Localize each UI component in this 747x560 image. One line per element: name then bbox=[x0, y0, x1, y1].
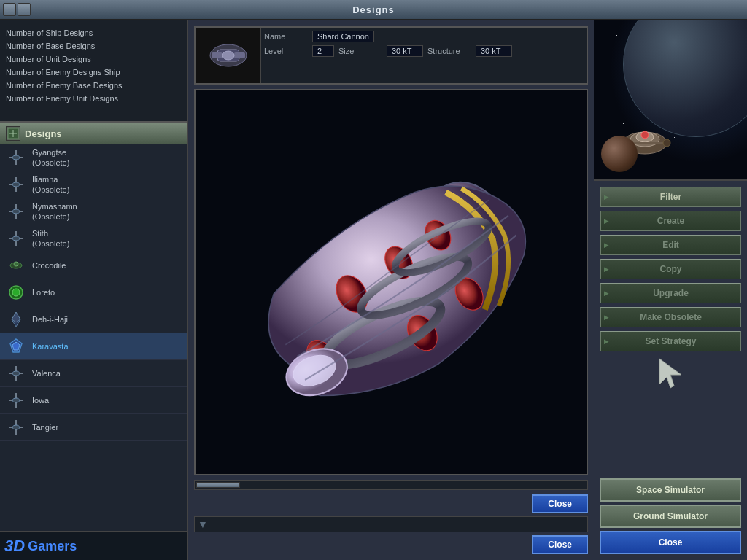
ship-icon bbox=[6, 282, 26, 303]
stat-enemy-base-designs: Number of Enemy Base Designs bbox=[6, 79, 181, 92]
3d-view bbox=[194, 89, 588, 475]
list-item[interactable]: Valenca bbox=[0, 360, 187, 387]
design-info: Name Shard Cannon Level 2 Size 30 kT Str… bbox=[194, 26, 588, 85]
edit-button[interactable]: Edit bbox=[600, 235, 741, 255]
action-buttons: Filter Create Edit Copy Upgrade Make Obs… bbox=[594, 181, 747, 478]
main-container: Number of Ship Designs Number of Base De… bbox=[0, 20, 747, 560]
svg-rect-34 bbox=[212, 52, 222, 58]
list-item-selected[interactable]: Karavasta bbox=[0, 333, 187, 360]
logo-3d: 3D bbox=[4, 537, 25, 556]
list-item[interactable]: Stith(Obsolete) bbox=[0, 225, 187, 252]
svg-point-11 bbox=[12, 209, 20, 214]
size-label: Size bbox=[338, 47, 382, 55]
ship-icon bbox=[6, 201, 26, 222]
ship-name: Crocodile bbox=[32, 260, 66, 271]
ship-icon bbox=[6, 174, 26, 195]
close-button-1[interactable]: Close bbox=[532, 494, 588, 513]
ship-name: Deh-i-Haji bbox=[32, 314, 68, 324]
stat-base-designs: Number of Base Designs bbox=[6, 39, 181, 52]
ship-name: Iliamna(Obsolete) bbox=[32, 174, 69, 195]
ship-name: Tangier bbox=[32, 422, 58, 432]
ship-icon bbox=[6, 363, 26, 384]
ship-name: Stith(Obsolete) bbox=[32, 228, 69, 249]
window-title: Designs bbox=[352, 4, 395, 15]
make-obsolete-button[interactable]: Make Obsolete bbox=[600, 307, 741, 327]
stat-enemy-designs: Number of Enemy Designs Ship bbox=[6, 66, 181, 79]
upgrade-button[interactable]: Upgrade bbox=[600, 283, 741, 303]
ship-icon bbox=[6, 336, 26, 357]
ship-name: Gyangtse(Obsolete) bbox=[32, 147, 69, 168]
right-close-button[interactable]: Close bbox=[600, 531, 741, 554]
stat-unit-designs: Number of Unit Designs bbox=[6, 52, 181, 66]
bottom-arrow-icon: ▼ bbox=[198, 518, 208, 530]
bottom-bar: ▼ bbox=[194, 516, 588, 532]
minimize-button[interactable] bbox=[3, 3, 16, 16]
level-label: Level bbox=[264, 47, 308, 55]
list-item[interactable]: Gyangtse(Obsolete) bbox=[0, 144, 187, 171]
space-view bbox=[594, 20, 747, 181]
svg-marker-56 bbox=[659, 359, 681, 388]
ship-name: Loreto bbox=[32, 287, 55, 298]
ground-simulator-button[interactable]: Ground Simulator bbox=[600, 505, 741, 528]
second-close-row: Close bbox=[194, 535, 588, 554]
list-item[interactable]: Nymashamn(Obsolete) bbox=[0, 198, 187, 225]
cannon-svg bbox=[196, 90, 587, 474]
name-row: Name Shard Cannon bbox=[264, 31, 584, 42]
stat-ship-designs: Number of Ship Designs bbox=[6, 26, 181, 39]
name-value: Shard Cannon bbox=[312, 31, 374, 42]
svg-point-28 bbox=[12, 398, 20, 402]
ship-icon bbox=[6, 390, 26, 411]
svg-point-16 bbox=[14, 262, 18, 266]
scroll-thumb[interactable] bbox=[196, 482, 240, 488]
svg-point-5 bbox=[12, 155, 20, 160]
logo-area: 3D Gamers bbox=[0, 531, 187, 560]
maximize-button[interactable] bbox=[18, 3, 31, 16]
create-button[interactable]: Create bbox=[600, 211, 741, 231]
close-button-2[interactable]: Close bbox=[532, 535, 588, 554]
svg-point-18 bbox=[12, 289, 20, 296]
svg-point-52 bbox=[641, 131, 649, 139]
stats-section: Number of Ship Designs Number of Base De… bbox=[0, 20, 187, 122]
svg-point-36 bbox=[222, 51, 234, 60]
ship-name: Valenca bbox=[32, 368, 61, 378]
ship-icon bbox=[6, 417, 26, 438]
left-panel: Number of Ship Designs Number of Base De… bbox=[0, 20, 188, 560]
designs-icon bbox=[6, 126, 20, 141]
svg-point-55 bbox=[663, 139, 670, 147]
list-item[interactable]: Iowa bbox=[0, 387, 187, 414]
list-item[interactable]: Tangier bbox=[0, 414, 187, 441]
title-bar: Designs bbox=[0, 0, 747, 20]
scroll-bar[interactable] bbox=[194, 480, 588, 490]
svg-point-14 bbox=[12, 236, 20, 241]
level-value: 2 bbox=[312, 45, 334, 57]
designs-header: Designs bbox=[0, 122, 187, 144]
list-item[interactable]: Loreto bbox=[0, 279, 187, 306]
design-stats: Name Shard Cannon Level 2 Size 30 kT Str… bbox=[261, 28, 587, 83]
level-row: Level 2 Size 30 kT Structure 30 kT bbox=[264, 45, 584, 57]
star bbox=[674, 137, 675, 138]
space-simulator-button[interactable]: Space Simulator bbox=[600, 478, 741, 502]
ship-icon bbox=[6, 147, 26, 168]
list-item[interactable]: Iliamna(Obsolete) bbox=[0, 171, 187, 198]
copy-button[interactable]: Copy bbox=[600, 259, 741, 279]
set-strategy-button[interactable]: Set Strategy bbox=[600, 331, 741, 351]
logo-gamers: Gamers bbox=[28, 539, 77, 554]
ship-name: Iowa bbox=[32, 395, 49, 405]
ship-icon bbox=[6, 309, 26, 330]
name-label: Name bbox=[264, 32, 308, 41]
right-panel: Filter Create Edit Copy Upgrade Make Obs… bbox=[594, 20, 747, 560]
star bbox=[616, 35, 617, 36]
title-bar-buttons[interactable] bbox=[3, 3, 31, 16]
ship-name-selected: Karavasta bbox=[32, 341, 69, 351]
svg-point-31 bbox=[12, 425, 20, 429]
structure-label: Structure bbox=[427, 47, 471, 55]
svg-point-25 bbox=[12, 371, 20, 376]
star bbox=[608, 79, 609, 79]
designs-label: Designs bbox=[25, 128, 62, 139]
list-item[interactable]: Deh-i-Haji bbox=[0, 306, 187, 333]
ship-list[interactable]: Gyangtse(Obsolete) Iliamna(Obsolete) bbox=[0, 144, 187, 531]
svg-rect-35 bbox=[234, 52, 245, 58]
filter-button[interactable]: Filter bbox=[600, 187, 741, 207]
svg-point-8 bbox=[12, 182, 20, 187]
list-item[interactable]: Crocodile bbox=[0, 252, 187, 279]
